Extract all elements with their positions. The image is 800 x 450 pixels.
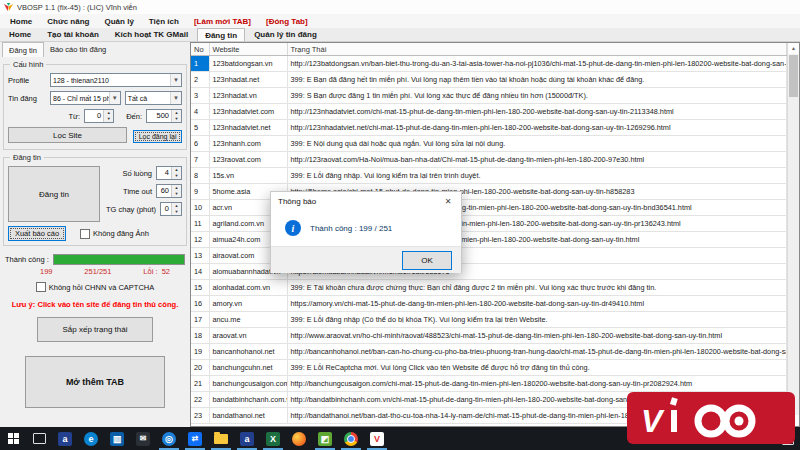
task-view-button[interactable] xyxy=(26,427,52,450)
taskbar-store[interactable]: ▥ xyxy=(104,427,130,450)
taskbar-explorer[interactable] xyxy=(208,427,234,450)
website-cell[interactable]: bancanhohanoi.net xyxy=(209,344,287,360)
table-row[interactable]: 15alonhadat.com.vn399: E Tài khoản chưa … xyxy=(191,280,787,296)
open-tab-button[interactable]: Mở thêm TAB xyxy=(25,356,165,408)
table-row[interactable]: 5123nhadatviet.nethttp://123nhadatviet.n… xyxy=(191,120,787,136)
taskbar-edge[interactable]: e xyxy=(78,427,104,450)
website-cell[interactable]: amory.vn xyxy=(209,296,287,312)
row-number-cell[interactable]: 21 xyxy=(191,376,209,392)
xuat-bao-cao-button[interactable]: Xuất báo cáo xyxy=(8,226,66,241)
scrollbar-thumb[interactable] xyxy=(789,55,798,97)
menu-quan-ly[interactable]: Quản lý xyxy=(104,17,133,26)
taskbar-vbosp[interactable]: V xyxy=(364,427,390,450)
row-number-cell[interactable]: 20 xyxy=(191,360,209,376)
menu-home[interactable]: Home xyxy=(10,17,32,26)
table-row[interactable]: 7123raovat.comhttp://123raovat.com/Ha-No… xyxy=(191,152,787,168)
tab-tao-tai-khoan[interactable]: Tạo tài khoản xyxy=(40,28,106,41)
table-row[interactable]: 4123nhadatviet.comhttp://123nhadatviet.c… xyxy=(191,104,787,120)
taskbar-chrome[interactable] xyxy=(338,427,364,450)
menu-lam-moi-tab[interactable]: [Làm mới TAB] xyxy=(194,17,251,26)
taskbar-firefox[interactable] xyxy=(286,427,312,450)
row-number-cell[interactable]: 17 xyxy=(191,312,209,328)
ok-button[interactable]: OK xyxy=(402,251,452,270)
tab-home[interactable]: Home xyxy=(2,28,38,41)
table-row[interactable]: 16amory.vnhttps://amory.vn/chi-mat-15-ph… xyxy=(191,296,787,312)
website-cell[interactable]: banchungcuhn.net xyxy=(209,360,287,376)
row-number-cell[interactable]: 9 xyxy=(191,184,209,200)
row-number-cell[interactable]: 16 xyxy=(191,296,209,312)
row-number-cell[interactable]: 7 xyxy=(191,152,209,168)
website-cell[interactable]: 123nhadatviet.com xyxy=(209,104,287,120)
timeout-stepper[interactable]: 60 ▲▼ xyxy=(156,184,182,198)
website-cell[interactable]: 123nhadatviet.net xyxy=(209,120,287,136)
taskbar-browser[interactable]: ◎ xyxy=(156,427,182,450)
row-number-cell[interactable]: 15 xyxy=(191,280,209,296)
website-cell[interactable]: bandatbinhchanh.com.vn xyxy=(209,392,287,408)
subtab-bao-cao[interactable]: Báo cáo tin đăng xyxy=(44,42,112,57)
website-cell[interactable]: araovat.vn xyxy=(209,328,287,344)
row-number-cell[interactable]: 10 xyxy=(191,200,209,216)
row-number-cell[interactable]: 2 xyxy=(191,72,209,88)
col-trang-thai[interactable]: Trạng Thái xyxy=(287,43,787,56)
row-number-cell[interactable]: 18 xyxy=(191,328,209,344)
taskbar-mail[interactable]: ✉ xyxy=(130,427,156,450)
khong-dang-anh-checkbox[interactable]: Không đăng Ảnh xyxy=(80,229,149,239)
table-row[interactable]: 3123nhadat.vn399: S Bạn được đăng 1 tin … xyxy=(191,88,787,104)
loc-site-button[interactable]: Lọc Site xyxy=(8,127,127,143)
sort-status-button[interactable]: Sắp xếp trạng thái xyxy=(37,317,153,342)
captcha-checkbox[interactable]: Không hỏi CHNN và CAPTCHA xyxy=(0,282,190,292)
website-cell[interactable]: 123nhadat.vn xyxy=(209,88,287,104)
table-row[interactable]: 6123nhanh.com399: E Nội dung quá dài hoặ… xyxy=(191,136,787,152)
website-cell[interactable]: alonhadat.com.vn xyxy=(209,280,287,296)
to-stepper[interactable]: 500 ▲▼ xyxy=(146,109,182,123)
tab-kich-hoat-tk-gmail[interactable]: Kích hoạt TK GMail xyxy=(108,28,195,41)
menu-tien-ich[interactable]: Tiện ích xyxy=(149,17,179,26)
menu-chuc-nang[interactable]: Chức năng xyxy=(47,17,89,26)
table-row[interactable]: 2123nhadat.net399: E Bạn đã đăng hết tin… xyxy=(191,72,787,88)
from-stepper[interactable]: 0 ▲▼ xyxy=(84,109,114,123)
row-number-cell[interactable]: 6 xyxy=(191,136,209,152)
table-row[interactable]: 1123batdongsan.vnhttp://123batdongsan.vn… xyxy=(191,56,787,72)
table-row[interactable]: 19bancanhohanoi.nethttp://bancanhohanoi.… xyxy=(191,344,787,360)
taskbar-app-1[interactable]: a xyxy=(52,427,78,450)
tindang-select[interactable]: 86 - Chỉ mất 15 phút để ▼ xyxy=(50,91,121,105)
tab-quan-ly-tin-dang[interactable]: Quản lý tin đăng xyxy=(247,28,324,41)
taskbar-app-2[interactable]: a xyxy=(234,427,260,450)
table-row[interactable]: 18araovat.vnhttp://www.araovat.vn/ho-chi… xyxy=(191,328,787,344)
row-number-cell[interactable]: 8 xyxy=(191,168,209,184)
so-luong-stepper[interactable]: 4 ▲▼ xyxy=(156,166,182,180)
website-cell[interactable]: 15s.vn xyxy=(209,168,287,184)
close-icon[interactable]: ✕ xyxy=(435,192,461,210)
col-no[interactable]: No xyxy=(191,43,209,56)
website-cell[interactable]: ancu.me xyxy=(209,312,287,328)
row-number-cell[interactable]: 19 xyxy=(191,344,209,360)
website-cell[interactable]: 123batdongsan.vn xyxy=(209,56,287,72)
start-button[interactable] xyxy=(0,427,26,450)
row-number-cell[interactable]: 3 xyxy=(191,88,209,104)
table-row[interactable]: 20banchungcuhn.net399: E Lỗi ReCaptcha m… xyxy=(191,360,787,376)
website-cell[interactable]: 123raovat.com xyxy=(209,152,287,168)
row-number-cell[interactable]: 22 xyxy=(191,392,209,408)
row-number-cell[interactable]: 14 xyxy=(191,264,209,280)
profile-select[interactable]: 128 - thienan2110 ▼ xyxy=(50,73,182,87)
scroll-up-icon[interactable]: ▲ xyxy=(788,43,799,54)
row-number-cell[interactable]: 23 xyxy=(191,408,209,424)
tg-chay-stepper[interactable]: 0 ▲▼ xyxy=(160,202,182,216)
tab-dang-tin[interactable]: Đăng tin xyxy=(197,28,245,41)
subtab-dang-tin[interactable]: Đăng tin xyxy=(2,42,44,57)
dang-tin-button[interactable]: Đăng tin xyxy=(8,166,100,222)
menu-dong-tab[interactable]: [Đóng Tab] xyxy=(266,17,308,26)
row-number-cell[interactable]: 1 xyxy=(191,56,209,72)
table-row[interactable]: 17ancu.me399: E Lỗi đăng nhập (Có thể do… xyxy=(191,312,787,328)
row-number-cell[interactable]: 4 xyxy=(191,104,209,120)
row-number-cell[interactable]: 5 xyxy=(191,120,209,136)
col-website[interactable]: Website xyxy=(209,43,287,56)
taskbar-excel[interactable]: X xyxy=(260,427,286,450)
vertical-scrollbar[interactable]: ▲ ▼ xyxy=(787,43,799,426)
table-row[interactable]: 21banchungcusaigon.comhttp://banchungcus… xyxy=(191,376,787,392)
website-cell[interactable]: 123nhanh.com xyxy=(209,136,287,152)
table-row[interactable]: 815s.vn399: E Lỗi đăng nhập. Vui lòng ki… xyxy=(191,168,787,184)
website-cell[interactable]: 123nhadat.net xyxy=(209,72,287,88)
loc-dang-lai-button[interactable]: Lọc đăng lại xyxy=(133,130,182,143)
taskbar-photos[interactable]: ◩ xyxy=(312,427,338,450)
